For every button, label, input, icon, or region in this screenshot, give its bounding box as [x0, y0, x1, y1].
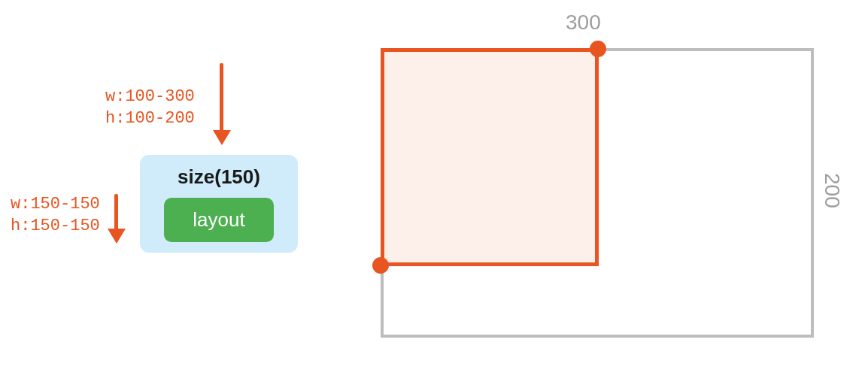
size-modifier-box: size(150) layout: [140, 155, 298, 253]
outgoing-width-text: w:150-150: [11, 194, 100, 216]
layout-child-box: layout: [164, 198, 273, 242]
size-title: size(150): [150, 165, 287, 189]
incoming-arrow-icon: [220, 63, 223, 142]
handle-dot-top-right: [590, 41, 606, 57]
inner-size-rect: [381, 48, 599, 266]
handle-dot-bottom-left: [372, 257, 389, 274]
layout-label: layout: [193, 208, 244, 231]
incoming-height-text: h:100-200: [105, 108, 195, 130]
height-dimension-label: 200: [820, 173, 844, 208]
outgoing-height-text: h:150-150: [11, 216, 100, 238]
outgoing-constraints-label: w:150-150 h:150-150: [11, 194, 100, 237]
incoming-width-text: w:100-300: [105, 86, 195, 108]
outgoing-arrow-icon: [114, 194, 118, 241]
incoming-constraints-label: w:100-300 h:100-200: [105, 86, 195, 129]
width-dimension-label: 300: [566, 11, 601, 35]
